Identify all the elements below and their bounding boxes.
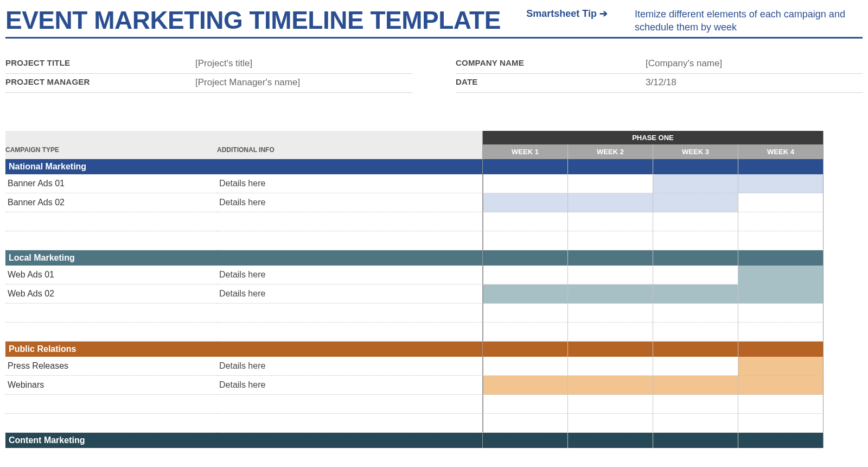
- week-cell[interactable]: [738, 174, 824, 193]
- category-local-marketing: Local Marketing: [5, 250, 483, 266]
- week-cell[interactable]: [568, 193, 653, 212]
- week-cell[interactable]: [568, 285, 653, 304]
- tip-label[interactable]: Smartsheet Tip ➔: [526, 8, 608, 20]
- campaign-cell[interactable]: [5, 323, 217, 342]
- week-cell[interactable]: [738, 323, 824, 342]
- campaign-cell[interactable]: Press Releases: [5, 357, 217, 376]
- week-cell[interactable]: [483, 193, 568, 212]
- campaign-cell[interactable]: Web Ads 01: [5, 266, 217, 285]
- campaign-cell[interactable]: [5, 395, 217, 414]
- info-cell[interactable]: [217, 212, 483, 231]
- info-cell[interactable]: [217, 414, 483, 433]
- col-additional-info: ADDITIONAL INFO: [217, 131, 483, 159]
- week-cell[interactable]: [568, 323, 653, 342]
- category-public-relations: Public Relations: [5, 342, 483, 357]
- info-cell[interactable]: Details here: [217, 357, 483, 376]
- week-cell[interactable]: [568, 304, 653, 323]
- week-cell[interactable]: [568, 212, 653, 231]
- week-cell[interactable]: [483, 323, 568, 342]
- info-cell[interactable]: [217, 231, 483, 250]
- campaign-cell[interactable]: Web Ads 02: [5, 285, 217, 304]
- week-cell[interactable]: [483, 174, 568, 193]
- info-cell[interactable]: [217, 323, 483, 342]
- phase-one: PHASE ONE: [483, 131, 824, 144]
- week-cell[interactable]: [483, 285, 568, 304]
- info-cell[interactable]: Details here: [217, 376, 483, 395]
- col-week-1: WEEK 1: [483, 144, 568, 159]
- col-week-2: WEEK 2: [568, 144, 653, 159]
- info-cell[interactable]: Details here: [217, 266, 483, 285]
- week-cell[interactable]: [738, 376, 824, 395]
- meta-block: PROJECT TITLE [Project's title] PROJECT …: [5, 55, 863, 93]
- info-cell[interactable]: Details here: [217, 174, 483, 193]
- tip-text: Itemize different elements of each campa…: [635, 8, 863, 34]
- meta-company-name-value[interactable]: [Company's name]: [646, 58, 722, 69]
- week-cell[interactable]: [483, 395, 568, 414]
- week-cell[interactable]: [738, 266, 824, 285]
- meta-project-manager-value[interactable]: [Project Manager's name]: [195, 77, 300, 88]
- week-cell[interactable]: [568, 266, 653, 285]
- week-cell[interactable]: [653, 395, 738, 414]
- page-title: EVENT MARKETING TIMELINE TEMPLATE: [5, 5, 505, 35]
- week-cell[interactable]: [653, 174, 738, 193]
- week-cell[interactable]: [483, 231, 568, 250]
- header-bar: EVENT MARKETING TIMELINE TEMPLATE Smarts…: [5, 0, 863, 39]
- meta-project-manager-label: PROJECT MANAGER: [5, 77, 195, 88]
- week-cell[interactable]: [653, 414, 738, 433]
- week-cell[interactable]: [653, 285, 738, 304]
- meta-company-name-label: COMPANY NAME: [456, 58, 646, 69]
- timeline-grid: CAMPAIGN TYPEADDITIONAL INFOPHASE ONEWEE…: [5, 131, 863, 448]
- week-cell[interactable]: [653, 231, 738, 250]
- week-cell[interactable]: [738, 395, 824, 414]
- info-cell[interactable]: Details here: [217, 193, 483, 212]
- campaign-cell[interactable]: [5, 414, 217, 433]
- week-cell[interactable]: [568, 395, 653, 414]
- campaign-cell[interactable]: [5, 231, 217, 250]
- week-cell[interactable]: [738, 231, 824, 250]
- campaign-cell[interactable]: [5, 304, 217, 323]
- week-cell[interactable]: [653, 304, 738, 323]
- campaign-cell[interactable]: Webinars: [5, 376, 217, 395]
- week-cell[interactable]: [653, 212, 738, 231]
- week-cell[interactable]: [568, 414, 653, 433]
- category-national-marketing: National Marketing: [5, 159, 483, 174]
- week-cell[interactable]: [653, 266, 738, 285]
- col-campaign-type: CAMPAIGN TYPE: [5, 131, 217, 159]
- info-cell[interactable]: Details here: [217, 285, 483, 304]
- week-cell[interactable]: [483, 357, 568, 376]
- meta-project-title-value[interactable]: [Project's title]: [195, 58, 252, 69]
- campaign-cell[interactable]: [5, 212, 217, 231]
- week-cell[interactable]: [483, 266, 568, 285]
- week-cell[interactable]: [483, 376, 568, 395]
- week-cell[interactable]: [568, 231, 653, 250]
- campaign-cell[interactable]: Banner Ads 01: [5, 174, 217, 193]
- info-cell[interactable]: [217, 304, 483, 323]
- col-week-3: WEEK 3: [653, 144, 738, 159]
- week-cell[interactable]: [738, 285, 824, 304]
- week-cell[interactable]: [738, 212, 824, 231]
- week-cell[interactable]: [738, 193, 824, 212]
- meta-date-value[interactable]: 3/12/18: [646, 77, 676, 88]
- info-cell[interactable]: [217, 395, 483, 414]
- week-cell[interactable]: [738, 357, 824, 376]
- meta-project-title-label: PROJECT TITLE: [5, 58, 195, 69]
- week-cell[interactable]: [738, 414, 824, 433]
- week-cell[interactable]: [483, 212, 568, 231]
- week-cell[interactable]: [568, 174, 653, 193]
- week-cell[interactable]: [483, 304, 568, 323]
- col-week-4: WEEK 4: [738, 144, 824, 159]
- meta-date-label: DATE: [456, 77, 646, 88]
- week-cell[interactable]: [568, 357, 653, 376]
- campaign-cell[interactable]: Banner Ads 02: [5, 193, 217, 212]
- week-cell[interactable]: [653, 323, 738, 342]
- week-cell[interactable]: [738, 304, 824, 323]
- week-cell[interactable]: [653, 357, 738, 376]
- week-cell[interactable]: [483, 414, 568, 433]
- week-cell[interactable]: [568, 376, 653, 395]
- week-cell[interactable]: [653, 376, 738, 395]
- week-cell[interactable]: [653, 193, 738, 212]
- category-content-marketing: Content Marketing: [5, 433, 483, 448]
